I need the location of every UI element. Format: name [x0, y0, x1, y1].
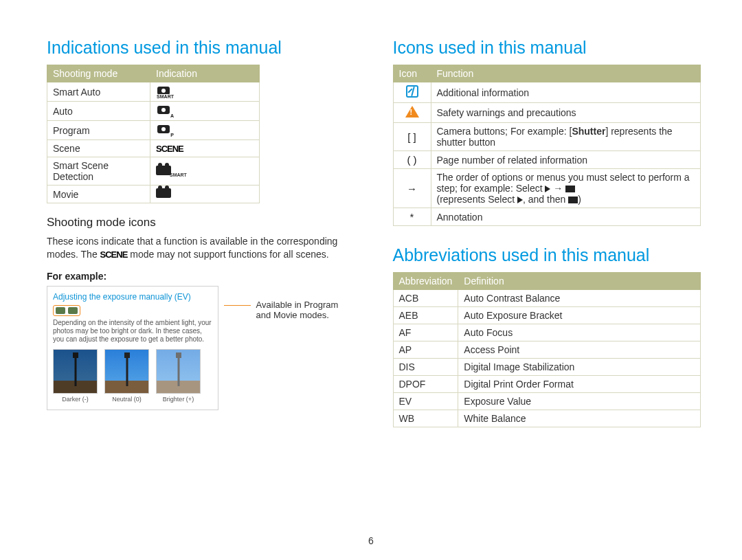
thumbnail: Brighter (+)	[156, 349, 201, 403]
shooting-mode-icons-paragraph: These icons indicate that a function is …	[47, 235, 355, 261]
definition-cell: Exposure Value	[458, 393, 701, 410]
function-cell: Safety warnings and precautions	[431, 103, 701, 123]
abbr-cell: AEB	[393, 307, 458, 324]
scene-inline-icon: SCENE	[100, 249, 128, 260]
th-icon: Icon	[393, 65, 431, 82]
table-row: ( )Page number of related information	[393, 151, 701, 169]
function-cell: The order of options or menus you must s…	[431, 169, 701, 208]
mode-cell: Movie	[47, 186, 150, 203]
table-row: EVExposure Value	[393, 393, 701, 410]
thumbnail-label: Neutral (0)	[104, 396, 149, 403]
indications-heading: Indications used in this manual	[47, 38, 355, 58]
thumbnail-image	[104, 349, 149, 394]
example-mode-badges	[53, 305, 80, 316]
symbol-icon: →	[407, 183, 417, 194]
icon-cell: →	[393, 169, 431, 208]
thumbnail-image	[156, 349, 201, 394]
arrow-icon	[517, 197, 523, 203]
indication-cell: A	[150, 102, 260, 121]
table-row: DPOFDigital Print Order Format	[393, 376, 701, 393]
icon-cell	[393, 82, 431, 103]
movie-icon	[156, 166, 171, 175]
example-thumbnails: Darker (-)Neutral (0)Brighter (+)	[53, 349, 212, 403]
for-example-label: For example:	[47, 271, 355, 282]
indication-cell: P	[150, 121, 260, 140]
scene-icon: SCENE	[156, 144, 183, 154]
thumbnail-image	[53, 349, 98, 394]
indication-cell	[150, 186, 260, 203]
arrow-icon	[545, 186, 550, 192]
table-row: WBWhite Balance	[393, 410, 701, 427]
function-cell: Camera buttons; For example: [Shutter] r…	[431, 123, 701, 151]
grid-icon	[568, 197, 578, 203]
indication-cell: SCENE	[150, 140, 260, 157]
indications-table: Shooting mode Indication Smart AutoSMART…	[47, 65, 260, 203]
table-row: ACBAuto Contrast Balance	[393, 290, 701, 307]
thumbnail: Darker (-)	[53, 349, 98, 403]
th-definition: Definition	[458, 273, 701, 290]
right-column: Icons used in this manual Icon Function …	[393, 38, 701, 427]
abbreviations-heading: Abbreviations used in this manual	[393, 245, 701, 265]
icon-cell	[393, 103, 431, 123]
mode-cell: Program	[47, 121, 150, 140]
table-row: Movie	[47, 186, 260, 203]
function-cell: Page number of related information	[431, 151, 701, 169]
definition-cell: Auto Focus	[458, 324, 701, 341]
abbr-cell: DIS	[393, 359, 458, 376]
camera-icon: A	[156, 104, 171, 115]
table-row: Safety warnings and precautions	[393, 103, 701, 123]
definition-cell: Digital Print Order Format	[458, 376, 701, 393]
table-row: Smart AutoSMART	[47, 82, 260, 102]
table-row: AutoA	[47, 102, 260, 121]
th-indication: Indication	[150, 65, 260, 82]
shooting-mode-icons-subheading: Shooting mode icons	[47, 216, 355, 229]
mode-cell: Smart Auto	[47, 82, 150, 102]
callout-line	[224, 305, 250, 306]
abbr-cell: WB	[393, 410, 458, 427]
symbol-icon: ( )	[407, 154, 416, 166]
callout-text: Available in Program and Movie modes.	[256, 300, 355, 320]
warning-icon	[405, 106, 419, 117]
definition-cell: White Balance	[458, 410, 701, 427]
mode-cell: Auto	[47, 102, 150, 121]
example-title: Adjusting the exposure manually (EV)	[53, 292, 212, 302]
badge-movie-icon	[68, 307, 78, 314]
abbr-cell: ACB	[393, 290, 458, 307]
left-column: Indications used in this manual Shooting…	[47, 38, 355, 427]
indication-cell: SMART	[150, 82, 260, 102]
table-row: [ ]Camera buttons; For example: [Shutter…	[393, 123, 701, 151]
th-shooting-mode: Shooting mode	[47, 65, 150, 82]
table-row: SceneSCENE	[47, 140, 260, 157]
example-box: Adjusting the exposure manually (EV) Dep…	[47, 286, 355, 410]
function-cell: Annotation	[431, 208, 701, 226]
th-abbreviation: Abbreviation	[393, 273, 458, 290]
function-cell: Additional information	[431, 82, 701, 103]
info-icon	[406, 85, 418, 98]
example-panel: Adjusting the exposure manually (EV) Dep…	[47, 286, 218, 410]
grid-icon	[565, 186, 575, 192]
page-number: 6	[0, 535, 742, 546]
table-row: AFAuto Focus	[393, 324, 701, 341]
symbol-icon: *	[410, 211, 414, 223]
thumbnail-label: Brighter (+)	[156, 396, 201, 403]
indication-cell: SMART	[150, 157, 260, 186]
abbr-cell: DPOF	[393, 376, 458, 393]
abbr-cell: AF	[393, 324, 458, 341]
mode-cell: Smart Scene Detection	[47, 157, 150, 186]
definition-cell: Auto Contrast Balance	[458, 290, 701, 307]
definition-cell: Auto Exposure Bracket	[458, 307, 701, 324]
thumbnail-label: Darker (-)	[53, 396, 98, 403]
table-row: →The order of options or menus you must …	[393, 169, 701, 208]
table-row: Smart Scene DetectionSMART	[47, 157, 260, 186]
symbol-icon: [ ]	[407, 131, 416, 143]
manual-page: Indications used in this manual Shooting…	[0, 0, 742, 427]
definition-cell: Access Point	[458, 341, 701, 359]
table-row: DISDigital Image Stabilization	[393, 359, 701, 376]
icon-cell: *	[393, 208, 431, 226]
icons-heading: Icons used in this manual	[393, 38, 701, 58]
movie-icon	[156, 188, 171, 198]
mode-cell: Scene	[47, 140, 150, 157]
icon-cell: ( )	[393, 151, 431, 169]
icon-cell: [ ]	[393, 123, 431, 151]
abbreviations-table: Abbreviation Definition ACBAuto Contrast…	[393, 272, 701, 427]
